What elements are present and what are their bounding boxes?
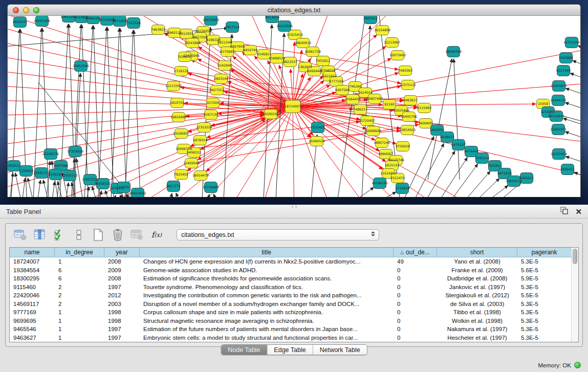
- table-vertical-scrollbar[interactable]: [571, 248, 578, 342]
- graph-node-label: 9821546: [217, 40, 232, 44]
- graph-node-label: 19654985: [170, 115, 187, 119]
- table-cell: 18724007: [10, 258, 55, 265]
- graph-node-label: 7485063: [398, 69, 412, 72]
- delete-table-icon[interactable]: [129, 228, 145, 242]
- table-cell: 0: [394, 292, 437, 298]
- network-window[interactable]: citations_edges.txt 18724007746382288601…: [7, 4, 581, 197]
- table-cell: 2008: [104, 275, 140, 281]
- table-cell: 0: [394, 335, 437, 341]
- graph-node-label: 8813054: [265, 16, 279, 19]
- graph-node-label: 15692971: [550, 127, 567, 131]
- table-row[interactable]: 946362711997Embryonic stem cells: a mode…: [10, 334, 571, 342]
- table-cell: 2: [55, 292, 104, 298]
- close-panel-icon[interactable]: ✕: [575, 208, 582, 216]
- table-cell: Nakamura et al. (1997): [437, 326, 517, 332]
- table-selector-dropdown[interactable]: citations_edges.txt: [177, 229, 379, 240]
- show-columns-icon[interactable]: [32, 228, 48, 242]
- network-window-titlebar[interactable]: citations_edges.txt: [8, 5, 580, 16]
- table-cell: 5.3E-5: [517, 309, 571, 315]
- graph-node-label: 9657771: [166, 184, 181, 188]
- table-cell: 1997: [104, 326, 140, 332]
- table-cell: Yano et al. (2008): [437, 258, 517, 265]
- minimize-window-button[interactable]: [23, 7, 29, 13]
- table-cell: Embryonic stem cells: a model to study s…: [140, 335, 394, 341]
- graph-node-label: 10807487: [366, 97, 383, 100]
- table-cell: 5.3E-5: [517, 326, 571, 332]
- table-cell: Changes of HCN gene expression and I(f) …: [140, 258, 394, 265]
- network-canvas[interactable]: 1872400774638228860122891295518226058982…: [8, 16, 580, 197]
- column-header-out-degree[interactable]: △out_de...: [394, 248, 437, 257]
- graph-node-label: 15720407: [359, 119, 375, 122]
- graph-node-label: 6466160: [86, 16, 100, 20]
- tab-node-table[interactable]: Node Table: [221, 345, 267, 355]
- function-builder-icon[interactable]: f(x): [149, 228, 164, 242]
- table-cell: 49: [394, 258, 437, 265]
- splitter-handle[interactable]: [292, 205, 297, 208]
- table-cell: 22420046: [10, 292, 55, 298]
- column-header-short[interactable]: short: [437, 248, 517, 257]
- graph-node-label: 16543862: [184, 41, 201, 45]
- scrollbar-thumb[interactable]: [573, 249, 577, 264]
- graph-node-label: 19166857: [173, 132, 189, 135]
- graph-node-label: 18640910: [295, 41, 311, 45]
- graph-node-label: 1624554: [358, 91, 373, 94]
- select-rows-icon[interactable]: [52, 228, 67, 242]
- delete-column-icon[interactable]: [110, 228, 125, 242]
- graph-node-label: 12975115: [400, 83, 416, 86]
- table-panel-header: Table Panel ✕: [0, 205, 588, 218]
- table-cell: 5.3E-5: [517, 335, 571, 341]
- float-panel-icon[interactable]: [560, 207, 568, 216]
- citation-network-graph[interactable]: 1872400774638228860122891295518226058982…: [8, 16, 580, 197]
- tab-network-table[interactable]: Network Table: [313, 345, 367, 355]
- table-row[interactable]: 946554611997Estimation of the future num…: [10, 325, 571, 334]
- graph-node-label: 2718120: [174, 69, 188, 73]
- table-options-icon[interactable]: [13, 228, 28, 242]
- graph-node-label: 9827508: [193, 35, 207, 39]
- table-cell: 2003: [104, 301, 140, 307]
- graph-node-label: 6479197: [451, 143, 466, 146]
- column-header-in-degree[interactable]: in_degree: [55, 248, 104, 257]
- memory-status-label: Memory: OK: [538, 362, 571, 368]
- table-row[interactable]: 1830029562008Estimation of significance …: [10, 274, 571, 283]
- column-header-title[interactable]: title: [140, 248, 394, 257]
- table-row[interactable]: 1456911722003Disruption of a novel membe…: [10, 300, 571, 309]
- table-cell: Wolkin et al. (1998): [437, 318, 517, 324]
- tab-edge-table[interactable]: Edge Table: [267, 345, 313, 355]
- table-cell: 18300295: [10, 275, 55, 281]
- column-header-name[interactable]: name: [10, 248, 55, 257]
- table-row[interactable]: 977716911998Corpus callosum shape and si…: [10, 308, 571, 317]
- graph-node-label: 7857224: [225, 25, 239, 29]
- graph-node-label: 13524851: [380, 171, 397, 175]
- table-row[interactable]: 1938455462009Genome-wide association stu…: [10, 266, 571, 275]
- graph-node-label: 8215955: [541, 110, 555, 114]
- graph-node-label: 1156829: [19, 169, 33, 172]
- table-cell: 19384554: [10, 267, 55, 273]
- table-row[interactable]: 969969511998Structural magnetic resonanc…: [10, 317, 571, 325]
- graph-node-label: 7515526: [126, 21, 141, 25]
- table-panel-title: Table Panel: [6, 208, 41, 215]
- close-window-button[interactable]: [13, 7, 19, 13]
- table-row[interactable]: 1872400712008Changes of HCN gene express…: [10, 257, 571, 266]
- column-header-pagerank[interactable]: pagerank: [517, 248, 571, 257]
- graph-node-label: 8938923: [440, 135, 454, 139]
- table-cell: 9463627: [10, 335, 55, 341]
- graph-node-label: 8471876: [497, 171, 512, 175]
- table-cell: 0: [394, 318, 437, 324]
- table-mode-icon[interactable]: [71, 228, 86, 242]
- graph-node-label: 8822037: [283, 60, 297, 63]
- column-header-year[interactable]: year: [104, 248, 140, 257]
- graph-node-label: 2867608: [230, 45, 245, 48]
- table-cell: 5.5E-5: [517, 292, 571, 298]
- create-column-icon[interactable]: [91, 228, 106, 242]
- table-selector-value: citations_edges.txt: [181, 231, 234, 238]
- graph-node-label: 16648784: [445, 50, 462, 53]
- zoom-window-button[interactable]: [33, 7, 39, 13]
- table-row[interactable]: 2242004622012Investigating the contribut…: [10, 291, 571, 300]
- table-cell: Structural magnetic resonance image aver…: [140, 318, 394, 324]
- graph-node-label: 12759: [119, 185, 129, 189]
- table-row[interactable]: 911546021997Tourette syndrome. Phenomeno…: [10, 283, 571, 292]
- graph-node-label: 9474444: [464, 149, 478, 153]
- table-cell: 9465546: [10, 326, 55, 332]
- table-browser: f(x) citations_edges.txt name in_degree …: [5, 223, 583, 347]
- graph-node-label: 19218596: [276, 24, 293, 28]
